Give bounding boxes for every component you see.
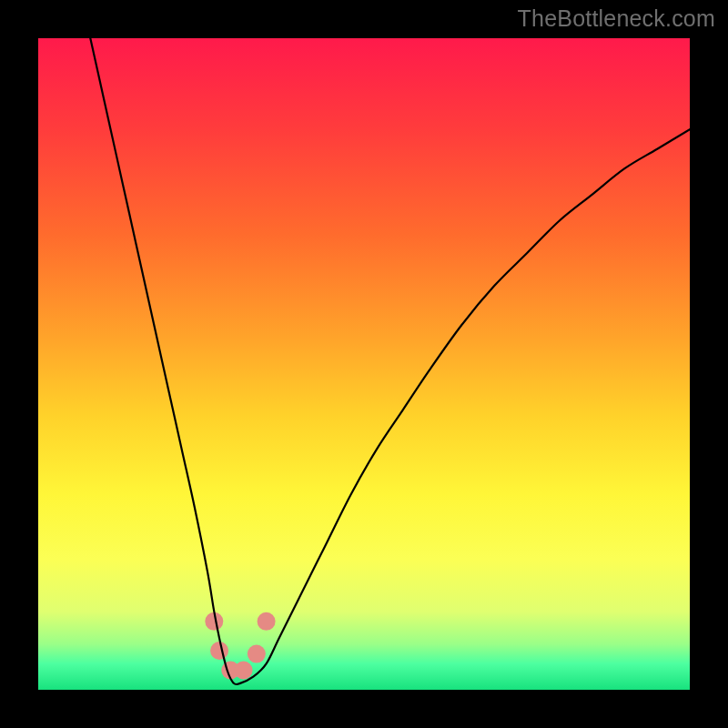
watermark-text: TheBottleneck.com — [518, 5, 715, 32]
pink-dot — [210, 642, 228, 660]
pink-dot — [235, 662, 253, 680]
curve-layer — [38, 38, 690, 690]
plot-area — [38, 38, 690, 690]
pink-dot — [258, 612, 276, 631]
bottleneck-curve — [90, 38, 690, 684]
chart-frame: TheBottleneck.com — [0, 0, 728, 728]
pink-dot — [248, 645, 266, 663]
